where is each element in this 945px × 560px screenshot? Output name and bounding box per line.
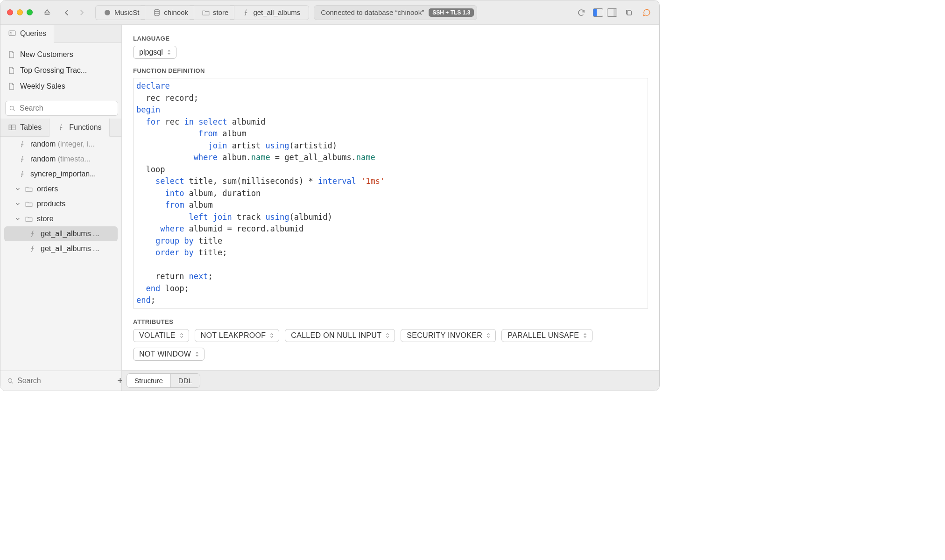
crumb-label: get_all_albums (253, 8, 300, 16)
attributes-label: ATTRIBUTES (133, 318, 648, 325)
attr-volatility[interactable]: VOLATILE (133, 329, 189, 342)
eject-icon[interactable] (41, 7, 53, 19)
main-footer: Structure DDL (122, 370, 659, 391)
query-item[interactable]: New Customers (0, 47, 121, 63)
query-label: New Customers (20, 50, 73, 59)
zoom-window-button[interactable] (27, 9, 33, 15)
feedback-button[interactable] (641, 7, 653, 19)
tree-item-folder-store[interactable]: store (0, 211, 121, 226)
function-body-editor[interactable]: declare rec record; begin for rec in sel… (133, 78, 648, 309)
new-window-button[interactable] (623, 7, 635, 19)
elephant-icon (103, 8, 112, 17)
svg-rect-2 (627, 11, 631, 15)
tree-label: products (37, 200, 65, 208)
tree-suffix: (timesta... (58, 155, 91, 163)
queries-search: + (5, 101, 117, 116)
close-window-button[interactable] (7, 9, 13, 15)
chevron-updown-icon (178, 332, 185, 339)
app-window: MusicSt chinook store get_all_albums Con… (0, 0, 660, 391)
sidebar-footer: + (0, 371, 121, 391)
queries-list: New Customers Top Grossing Trac... Weekl… (0, 43, 121, 98)
crumb-label: store (213, 8, 228, 16)
tree-label: get_all_albums ... (41, 230, 99, 238)
tree-item-folder-products[interactable]: products (0, 196, 121, 211)
sql-file-icon (7, 82, 15, 91)
folder-icon (25, 215, 33, 223)
chevron-updown-icon (582, 332, 588, 339)
svg-rect-3 (9, 31, 15, 36)
attr-window[interactable]: NOT WINDOW (133, 348, 205, 361)
function-icon (28, 230, 37, 238)
chevron-down-icon (14, 216, 21, 222)
query-item[interactable]: Top Grossing Trac... (0, 63, 121, 78)
svg-point-6 (8, 378, 12, 382)
crumb-label: MusicSt (114, 8, 139, 16)
toggle-left-panel-button[interactable] (593, 8, 603, 17)
sidebar: Queries New Customers Top Grossing Trac.… (0, 25, 122, 391)
tree-item-folder-orders[interactable]: orders (0, 182, 121, 196)
functions-tree: random (integer, i... random (timesta...… (0, 137, 121, 371)
connection-status: Connected to database “chinook” SSH + TL… (314, 5, 477, 20)
chevron-updown-icon (384, 332, 391, 339)
tree-label: store (37, 215, 54, 223)
svg-point-1 (155, 9, 160, 12)
tab-tables[interactable]: Tables (0, 119, 49, 136)
function-icon (28, 245, 37, 253)
folder-icon (202, 8, 210, 17)
window-controls (7, 9, 33, 15)
query-label: Top Grossing Trac... (20, 66, 87, 75)
tree-label: get_all_albums ... (41, 245, 99, 253)
tree-item-function[interactable]: get_all_albums ... (0, 241, 121, 256)
function-icon (18, 140, 27, 148)
tree-item-function[interactable]: syncrep_importan... (0, 167, 121, 182)
crumb-project[interactable]: MusicSt (95, 5, 145, 20)
tree-label: random (30, 140, 58, 148)
search-icon (7, 378, 14, 384)
attr-null-input[interactable]: CALLED ON NULL INPUT (285, 329, 395, 342)
nav-forward-button[interactable] (76, 7, 88, 19)
crumb-database[interactable]: chinook (145, 5, 194, 20)
status-text: Connected to database “chinook” (321, 8, 424, 16)
tree-suffix: (integer, i... (58, 140, 95, 148)
toolbar: MusicSt chinook store get_all_albums Con… (0, 0, 659, 25)
chevron-updown-icon (485, 332, 492, 339)
attr-security[interactable]: SECURITY INVOKER (401, 329, 496, 342)
function-icon (18, 155, 27, 163)
toggle-right-panel-button[interactable] (607, 8, 617, 17)
queries-search-input[interactable] (5, 101, 118, 116)
attr-parallel[interactable]: PARALLEL UNSAFE (501, 329, 592, 342)
function-icon (242, 8, 250, 17)
tree-label: orders (37, 185, 58, 193)
refresh-button[interactable] (575, 7, 587, 19)
chevron-updown-icon (268, 332, 275, 339)
main-panel: LANGUAGE plpgsql FUNCTION DEFINITION dec… (122, 25, 659, 391)
nav-back-button[interactable] (61, 7, 73, 19)
tree-label: random (30, 155, 58, 163)
tab-label: Tables (20, 123, 42, 132)
query-item[interactable]: Weekly Sales (0, 78, 121, 94)
tab-ddl[interactable]: DDL (170, 374, 200, 387)
sql-file-icon (7, 50, 15, 59)
language-dropdown[interactable]: plpgsql (133, 46, 176, 59)
table-icon (8, 123, 16, 132)
tab-queries[interactable]: Queries (0, 25, 54, 43)
tree-item-function-selected[interactable]: get_all_albums ... (4, 226, 118, 241)
svg-rect-5 (9, 125, 15, 130)
tree-item-function[interactable]: random (integer, i... (0, 137, 121, 152)
chevron-updown-icon (166, 49, 172, 56)
crumb-function[interactable]: get_all_albums (234, 5, 309, 20)
attr-leakproof[interactable]: NOT LEAKPROOF (195, 329, 280, 342)
sql-file-icon (7, 66, 15, 75)
schema-search-input[interactable] (5, 374, 113, 388)
tab-functions[interactable]: Functions (49, 119, 109, 137)
folder-icon (25, 185, 33, 193)
language-value: plpgsql (139, 48, 163, 56)
svg-point-0 (105, 10, 110, 15)
sidebar-top-tabs: Queries (0, 25, 121, 43)
tree-item-function[interactable]: random (timesta... (0, 152, 121, 167)
crumb-schema[interactable]: store (194, 5, 234, 20)
chevron-down-icon (14, 201, 21, 207)
connection-security-tag: SSH + TLS 1.3 (429, 8, 474, 17)
minimize-window-button[interactable] (17, 9, 23, 15)
tab-structure[interactable]: Structure (127, 374, 170, 387)
